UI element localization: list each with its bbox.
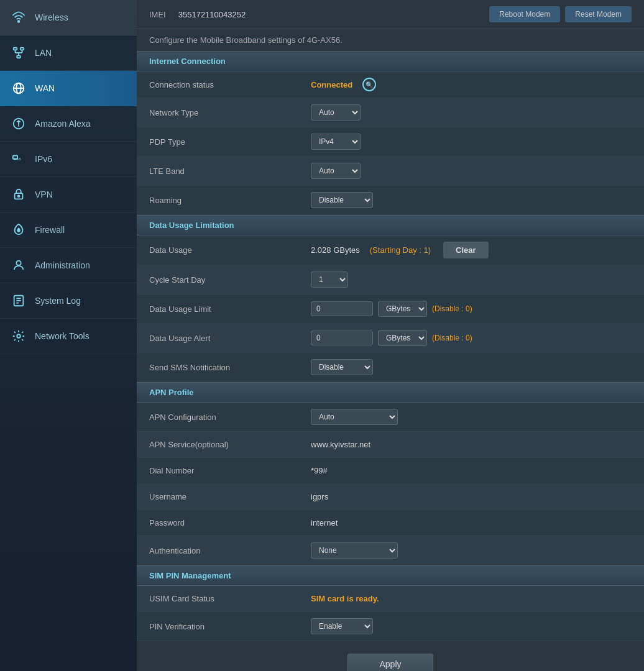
lan-icon xyxy=(10,44,27,62)
section-data-usage: Data Usage Limitation xyxy=(137,215,644,235)
nettools-icon xyxy=(10,327,27,345)
row-connection-status: Connection status Connected 🔍 xyxy=(137,71,644,98)
sidebar-item-label-alexa: Amazon Alexa xyxy=(35,119,91,129)
row-lte-band: LTE Band Auto Band 1 Band 3 xyxy=(137,157,644,186)
cycle-start-label: Cycle Start Day xyxy=(149,275,311,285)
data-usage-alert-unit-select[interactable]: GBytes MBytes xyxy=(378,330,427,346)
sidebar-item-label-admin: Administration xyxy=(35,260,90,270)
sidebar-item-amazon-alexa[interactable]: Amazon Alexa xyxy=(0,106,137,142)
svg-rect-3 xyxy=(17,56,21,58)
section-internet-connection: Internet Connection xyxy=(137,51,644,71)
sidebar-item-system-log[interactable]: System Log xyxy=(0,283,137,319)
row-sms-notification: Send SMS Notification Disable Enable xyxy=(137,353,644,382)
row-cycle-start: Cycle Start Day 1235 101520 xyxy=(137,265,644,294)
sidebar-item-label-wan: WAN xyxy=(35,83,55,93)
sidebar-item-label-lan: LAN xyxy=(35,48,52,58)
sidebar: Wireless LAN WAN xyxy=(0,0,137,671)
page-description: Configure the Mobile Broadband settings … xyxy=(137,29,644,51)
row-data-usage: Data Usage 2.028 GBytes (Starting Day : … xyxy=(137,235,644,265)
network-type-select[interactable]: Auto 4G Only 3G Only xyxy=(311,104,361,121)
username-label: Username xyxy=(149,492,311,501)
sidebar-item-label-vpn: VPN xyxy=(35,189,53,199)
roaming-select[interactable]: Disable Enable xyxy=(311,192,373,208)
pin-verification-select[interactable]: Enable Disable xyxy=(311,618,373,634)
sidebar-item-lan[interactable]: LAN xyxy=(0,35,137,71)
data-usage-value: 2.028 GBytes xyxy=(311,245,360,255)
reset-modem-button[interactable]: Reset Modem xyxy=(565,6,632,22)
sidebar-item-administration[interactable]: Administration xyxy=(0,248,137,283)
dial-number-label: Dial Number xyxy=(149,466,311,475)
lte-band-select[interactable]: Auto Band 1 Band 3 xyxy=(311,163,361,179)
apn-config-select[interactable]: Auto Manual xyxy=(311,409,398,425)
data-usage-alert-input[interactable] xyxy=(311,331,373,345)
sidebar-item-label-ipv6: IPv6 xyxy=(35,154,52,164)
vpn-icon xyxy=(10,186,27,203)
sidebar-item-label-wireless: Wireless xyxy=(35,12,68,22)
connection-status-value: Connected xyxy=(311,80,352,89)
username-value: igprs xyxy=(311,492,328,501)
svg-text:IPv6: IPv6 xyxy=(14,157,21,161)
auth-label: Authentication xyxy=(149,546,311,555)
row-data-usage-alert: Data Usage Alert GBytes MBytes (Disable … xyxy=(137,324,644,353)
data-usage-alert-info: (Disable : 0) xyxy=(432,334,472,342)
network-type-label: Network Type xyxy=(149,108,311,117)
sidebar-item-label-nettools: Network Tools xyxy=(35,331,90,341)
wireless-icon xyxy=(10,9,27,26)
firewall-icon xyxy=(10,221,27,239)
svg-point-15 xyxy=(18,195,20,197)
apn-config-label: APN Configuration xyxy=(149,413,311,422)
svg-rect-1 xyxy=(14,48,17,50)
sms-notification-select[interactable]: Disable Enable xyxy=(311,359,373,375)
dial-number-value: *99# xyxy=(311,466,328,475)
row-dial-number: Dial Number *99# xyxy=(137,458,644,484)
reboot-modem-button[interactable]: Reboot Modem xyxy=(489,6,560,22)
pin-verification-label: PIN Verification xyxy=(149,622,311,631)
sidebar-item-vpn[interactable]: VPN xyxy=(0,177,137,212)
imei-label: IMEI xyxy=(149,10,166,19)
roaming-label: Roaming xyxy=(149,196,311,205)
password-value: internet xyxy=(311,518,338,527)
usim-status-label: USIM Card Status xyxy=(149,594,311,603)
data-usage-limit-input[interactable] xyxy=(311,301,373,316)
wan-icon xyxy=(10,80,27,97)
section-apn-profile: APN Profile xyxy=(137,382,644,403)
sidebar-item-wan[interactable]: WAN xyxy=(0,71,137,106)
data-usage-limit-unit-select[interactable]: GBytes MBytes xyxy=(378,301,427,317)
row-authentication: Authentication None PAP CHAP xyxy=(137,536,644,565)
sidebar-item-wireless[interactable]: Wireless xyxy=(0,0,137,35)
row-usim-status: USIM Card Status SIM card is ready. xyxy=(137,586,644,612)
apply-button[interactable]: Apply xyxy=(347,654,433,671)
cycle-start-select[interactable]: 1235 101520 xyxy=(311,272,348,288)
pdp-type-select[interactable]: IPv4 IPv6 IPv4v6 xyxy=(311,134,361,150)
row-pin-verification: PIN Verification Enable Disable xyxy=(137,612,644,641)
sidebar-item-ipv6[interactable]: IPv6 IPv6 xyxy=(0,142,137,177)
imei-row: IMEI 355172110043252 Reboot Modem Reset … xyxy=(137,0,644,29)
usim-status-value: SIM card is ready. xyxy=(311,594,379,603)
ipv6-icon: IPv6 xyxy=(10,150,27,168)
svg-point-21 xyxy=(17,334,21,338)
sms-notification-label: Send SMS Notification xyxy=(149,363,311,372)
lte-band-label: LTE Band xyxy=(149,167,311,176)
row-data-usage-limit: Data Usage Limit GBytes MBytes (Disable … xyxy=(137,294,644,324)
sidebar-item-label-syslog: System Log xyxy=(35,296,81,306)
data-usage-alert-label: Data Usage Alert xyxy=(149,334,311,343)
password-label: Password xyxy=(149,518,311,527)
apn-service-label: APN Service(optional) xyxy=(149,440,311,449)
alexa-icon xyxy=(10,115,27,132)
auth-select[interactable]: None PAP CHAP xyxy=(311,542,398,559)
sidebar-item-firewall[interactable]: Firewall xyxy=(0,212,137,248)
row-apn-service: APN Service(optional) www.kyivstar.net xyxy=(137,432,644,458)
connection-status-label: Connection status xyxy=(149,80,311,89)
apply-section: Apply xyxy=(137,641,644,671)
data-usage-limit-info: (Disable : 0) xyxy=(432,304,472,313)
row-network-type: Network Type Auto 4G Only 3G Only xyxy=(137,98,644,127)
section-sim-pin: SIM PIN Management xyxy=(137,565,644,586)
row-pdp-type: PDP Type IPv4 IPv6 IPv4v6 xyxy=(137,127,644,157)
row-roaming: Roaming Disable Enable xyxy=(137,186,644,215)
content-area: IMEI 355172110043252 Reboot Modem Reset … xyxy=(137,0,644,671)
row-apn-config: APN Configuration Auto Manual xyxy=(137,403,644,432)
connection-status-icon[interactable]: 🔍 xyxy=(362,78,376,91)
clear-button[interactable]: Clear xyxy=(443,242,489,258)
data-usage-label: Data Usage xyxy=(149,245,311,255)
sidebar-item-network-tools[interactable]: Network Tools xyxy=(0,319,137,354)
